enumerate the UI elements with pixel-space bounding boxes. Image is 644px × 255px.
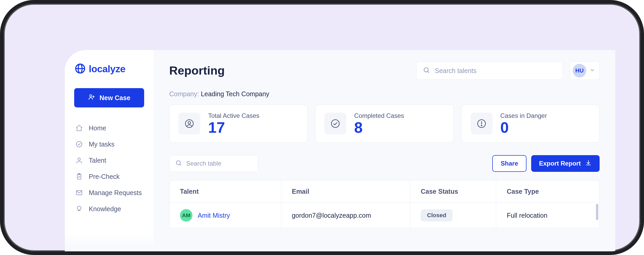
- sidebar: localyze New Case Home: [65, 50, 154, 251]
- stat-row: Total Active Cases 17 Completed Cases 8: [169, 105, 600, 143]
- share-label: Share: [501, 160, 518, 167]
- svg-point-11: [481, 125, 482, 126]
- cell-case-type: Full relocation: [496, 203, 599, 228]
- export-report-button[interactable]: Export Report: [531, 155, 600, 172]
- status-badge: Closed: [421, 209, 452, 221]
- export-label: Export Report: [539, 160, 581, 167]
- lightbulb-icon: [75, 205, 83, 213]
- sidebar-item-knowledge[interactable]: Knowledge: [74, 201, 144, 217]
- search-icon: [175, 160, 182, 167]
- stat-card-completed: Completed Cases 8: [315, 105, 453, 143]
- user-icon: [75, 156, 83, 164]
- svg-point-1: [77, 142, 82, 147]
- app-window: localyze New Case Home: [65, 50, 615, 251]
- search-table[interactable]: [169, 155, 258, 172]
- search-table-input[interactable]: [186, 160, 264, 167]
- header-right: HU: [416, 62, 600, 80]
- sidebar-item-talent[interactable]: Talent: [74, 152, 144, 168]
- svg-point-2: [78, 158, 80, 160]
- person-plus-icon: [88, 93, 95, 102]
- stat-label: Total Active Cases: [208, 112, 259, 119]
- device-frame: localyze New Case Home: [0, 0, 644, 255]
- svg-point-0: [90, 95, 92, 97]
- svg-point-8: [188, 122, 191, 124]
- stat-value: 8: [354, 120, 404, 135]
- svg-point-9: [331, 120, 339, 128]
- download-icon: [585, 159, 592, 168]
- check-circle-icon: [324, 113, 346, 135]
- sidebar-item-label: My tasks: [89, 141, 115, 148]
- brand-text: localyze: [89, 64, 125, 75]
- sidebar-item-home[interactable]: Home: [74, 120, 144, 136]
- stat-value: 0: [500, 120, 547, 135]
- sidebar-item-manage-requests[interactable]: Manage Requests: [74, 185, 144, 201]
- share-button[interactable]: Share: [492, 155, 526, 172]
- sidebar-item-label: Talent: [89, 157, 106, 164]
- col-case-status[interactable]: Case Status: [410, 180, 496, 203]
- stat-card-active: Total Active Cases 17: [169, 105, 307, 143]
- check-circle-icon: [75, 140, 83, 148]
- table-controls: Share Export Report: [169, 155, 600, 172]
- clipboard-icon: [75, 173, 83, 180]
- alert-circle-icon: [471, 113, 493, 135]
- cell-status: Closed: [410, 203, 496, 228]
- user-menu[interactable]: HU: [570, 62, 600, 80]
- chevron-down-icon: [589, 67, 595, 74]
- stat-value: 17: [208, 120, 259, 135]
- sidebar-item-my-tasks[interactable]: My tasks: [74, 136, 144, 152]
- user-avatar: HU: [573, 64, 586, 77]
- stat-card-danger: Cases in Danger 0: [461, 105, 600, 143]
- col-case-type[interactable]: Case Type: [496, 180, 599, 203]
- new-case-label: New Case: [99, 94, 130, 102]
- cell-talent: AM Amit Mistry: [169, 203, 281, 228]
- search-talents-input[interactable]: [435, 67, 556, 75]
- brand-logo[interactable]: localyze: [74, 63, 144, 76]
- home-icon: [75, 124, 83, 132]
- stat-label: Completed Cases: [354, 112, 404, 119]
- sidebar-item-label: Knowledge: [89, 205, 121, 213]
- person-circle-icon: [178, 113, 200, 135]
- search-icon: [423, 66, 430, 75]
- sidebar-item-label: Home: [89, 124, 106, 132]
- sidebar-item-label: Manage Requests: [89, 189, 142, 197]
- table-scrollbar[interactable]: [596, 204, 598, 220]
- table-header-row: Talent Email Case Status Case Type: [169, 180, 599, 203]
- header-row: Reporting HU: [169, 62, 600, 80]
- sidebar-nav: Home My tasks Talent: [74, 120, 144, 217]
- sidebar-item-label: Pre-Check: [89, 173, 120, 180]
- col-talent[interactable]: Talent: [169, 180, 281, 203]
- company-name: Leading Tech Company: [201, 90, 269, 98]
- sidebar-item-pre-check[interactable]: Pre-Check: [74, 168, 144, 185]
- col-email[interactable]: Email: [281, 180, 410, 203]
- cases-table: Talent Email Case Status Case Type AM Am…: [169, 180, 599, 228]
- company-prefix: Company:: [169, 90, 201, 98]
- envelope-icon: [75, 189, 83, 197]
- page-title: Reporting: [169, 64, 225, 77]
- talent-name-link[interactable]: Amit Mistry: [198, 212, 230, 219]
- new-case-button[interactable]: New Case: [74, 88, 144, 107]
- main-content: Reporting HU: [154, 50, 615, 251]
- table-row[interactable]: AM Amit Mistry gordon7@localyzeapp.com C…: [169, 203, 599, 228]
- globe-icon: [74, 63, 86, 76]
- talent-avatar: AM: [180, 209, 192, 222]
- stat-label: Cases in Danger: [500, 112, 547, 119]
- table-wrap: Talent Email Case Status Case Type AM Am…: [169, 180, 600, 228]
- cell-email: gordon7@localyzeapp.com: [281, 203, 410, 228]
- search-talents[interactable]: [416, 62, 563, 80]
- table-button-group: Share Export Report: [492, 155, 600, 172]
- company-line: Company: Leading Tech Company: [169, 90, 600, 98]
